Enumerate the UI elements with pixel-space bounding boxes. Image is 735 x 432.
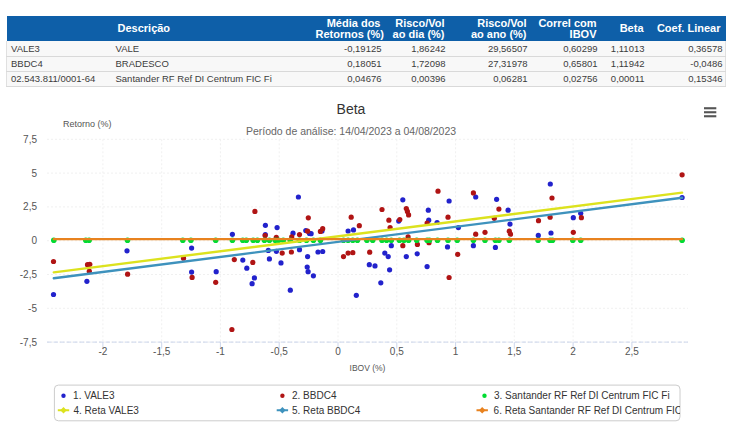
- svg-text:7,5: 7,5: [23, 134, 37, 145]
- svg-text:2,5: 2,5: [625, 346, 639, 357]
- svg-text:3. Santander RF Ref DI Centrum: 3. Santander RF Ref DI Centrum FIC Fi: [494, 390, 670, 401]
- svg-text:-1: -1: [216, 346, 225, 357]
- svg-text:2,5: 2,5: [23, 201, 37, 212]
- svg-text:-2: -2: [98, 346, 107, 357]
- svg-text:0: 0: [335, 346, 341, 357]
- svg-text:2. BBDC4: 2. BBDC4: [292, 390, 337, 401]
- svg-text:Período de análise: 14/04/2023: Período de análise: 14/04/2023 a 04/08/2…: [246, 125, 456, 137]
- svg-text:0,5: 0,5: [390, 346, 404, 357]
- svg-text:-5: -5: [28, 303, 37, 314]
- svg-text:6. Reta Santander RF Ref DI Ce: 6. Reta Santander RF Ref DI Centrum FIC …: [494, 405, 694, 416]
- svg-text:5. Reta BBDC4: 5. Reta BBDC4: [292, 405, 361, 416]
- svg-text:-1,5: -1,5: [153, 346, 171, 357]
- svg-text:Beta: Beta: [337, 101, 366, 117]
- svg-text:1,5: 1,5: [507, 346, 521, 357]
- svg-text:-0,5: -0,5: [271, 346, 289, 357]
- svg-text:2: 2: [570, 346, 576, 357]
- svg-text:0: 0: [31, 235, 37, 246]
- svg-text:5: 5: [31, 168, 37, 179]
- svg-text:1: 1: [453, 346, 459, 357]
- svg-text:1. VALE3: 1. VALE3: [73, 390, 115, 401]
- svg-text:-7,5: -7,5: [20, 337, 38, 348]
- svg-text:4. Reta VALE3: 4. Reta VALE3: [74, 405, 140, 416]
- svg-text:Retorno (%): Retorno (%): [63, 119, 112, 129]
- svg-text:-2,5: -2,5: [20, 269, 38, 280]
- svg-text:IBOV (%): IBOV (%): [350, 363, 386, 373]
